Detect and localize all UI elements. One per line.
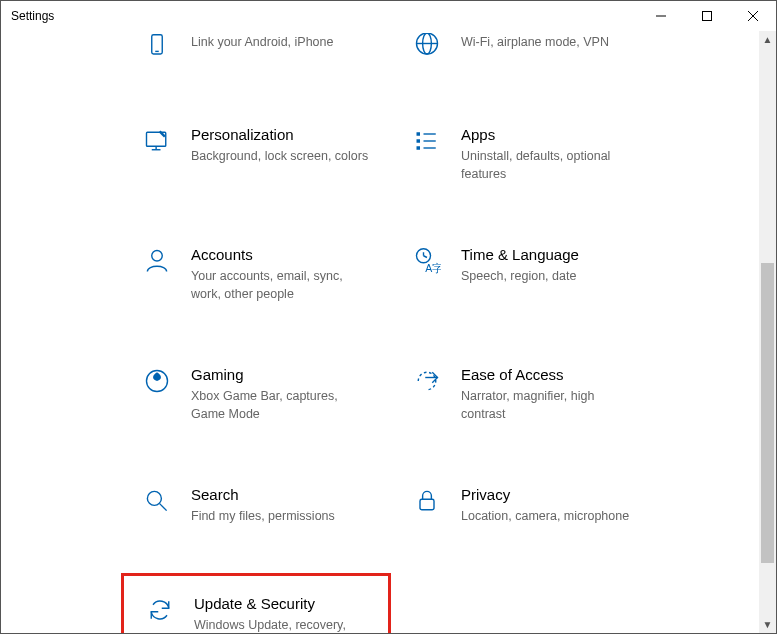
tile-desc: Link your Android, iPhone — [191, 33, 333, 51]
tile-title: Apps — [461, 125, 641, 145]
window-title: Settings — [11, 9, 54, 23]
tile-title: Gaming — [191, 365, 371, 385]
tile-title: Personalization — [191, 125, 368, 145]
svg-point-25 — [147, 491, 161, 505]
scroll-down-button[interactable]: ▼ — [759, 616, 776, 633]
settings-window: Settings — [0, 0, 777, 634]
accounts-icon — [139, 245, 175, 303]
tile-desc: Background, lock screen, colors — [191, 147, 368, 165]
tile-desc: Xbox Game Bar, captures, Game Mode — [191, 387, 371, 423]
maximize-button[interactable] — [684, 1, 730, 31]
personalization-icon — [139, 125, 175, 169]
close-button[interactable] — [730, 1, 776, 31]
ease-of-access-icon — [409, 365, 445, 423]
tile-title: Accounts — [191, 245, 371, 265]
tile-update-security[interactable]: Update & Security Windows Update, recove… — [121, 573, 391, 633]
tile-ease-of-access[interactable]: Ease of Access Narrator, magnifier, high… — [391, 347, 661, 441]
titlebar: Settings — [1, 1, 776, 31]
tile-desc: Find my files, permissions — [191, 507, 335, 525]
tile-title: Update & Security — [194, 594, 374, 614]
scroll-thumb[interactable] — [761, 263, 774, 563]
phone-icon — [139, 31, 175, 63]
tile-desc: Windows Update, recovery, backup — [194, 616, 374, 633]
time-language-icon: A字 — [409, 245, 445, 289]
tile-search[interactable]: Search Find my files, permissions — [121, 467, 391, 547]
minimize-button[interactable] — [638, 1, 684, 31]
update-icon — [142, 594, 178, 633]
tile-network[interactable]: Wi-Fi, airplane mode, VPN — [391, 31, 661, 81]
tile-desc: Your accounts, email, sync, work, other … — [191, 267, 371, 303]
tile-gaming[interactable]: Gaming Xbox Game Bar, captures, Game Mod… — [121, 347, 391, 441]
svg-rect-16 — [417, 146, 421, 150]
svg-text:A字: A字 — [425, 262, 441, 274]
gaming-icon — [139, 365, 175, 423]
tile-title: Ease of Access — [461, 365, 641, 385]
svg-rect-1 — [703, 12, 712, 21]
tile-personalization[interactable]: Personalization Background, lock screen,… — [121, 107, 391, 187]
scroll-up-button[interactable]: ▲ — [759, 31, 776, 48]
svg-rect-27 — [420, 499, 434, 510]
apps-icon — [409, 125, 445, 183]
tile-title: Time & Language — [461, 245, 579, 265]
tile-desc: Wi-Fi, airplane mode, VPN — [461, 33, 609, 51]
tile-title: Search — [191, 485, 335, 505]
privacy-icon — [409, 485, 445, 529]
vertical-scrollbar[interactable]: ▲ ▼ — [759, 31, 776, 633]
content-area: Link your Android, iPhone Wi-Fi, airplan… — [1, 31, 759, 633]
tile-desc: Location, camera, microphone — [461, 507, 629, 525]
svg-rect-14 — [417, 139, 421, 143]
tile-desc: Narrator, magnifier, high contrast — [461, 387, 641, 423]
tile-phone[interactable]: Link your Android, iPhone — [121, 31, 391, 81]
tile-desc: Speech, region, date — [461, 267, 579, 285]
globe-icon — [409, 31, 445, 63]
svg-line-21 — [424, 256, 428, 258]
window-controls — [638, 1, 776, 31]
tile-accounts[interactable]: Accounts Your accounts, email, sync, wor… — [121, 227, 391, 321]
svg-point-18 — [152, 251, 163, 262]
search-icon — [139, 485, 175, 529]
tile-desc: Uninstall, defaults, optional features — [461, 147, 641, 183]
svg-rect-12 — [417, 132, 421, 136]
tile-privacy[interactable]: Privacy Location, camera, microphone — [391, 467, 661, 547]
tile-time-language[interactable]: A字 Time & Language Speech, region, date — [391, 227, 661, 307]
tile-apps[interactable]: Apps Uninstall, defaults, optional featu… — [391, 107, 661, 201]
tile-title: Privacy — [461, 485, 629, 505]
svg-line-26 — [160, 504, 167, 511]
